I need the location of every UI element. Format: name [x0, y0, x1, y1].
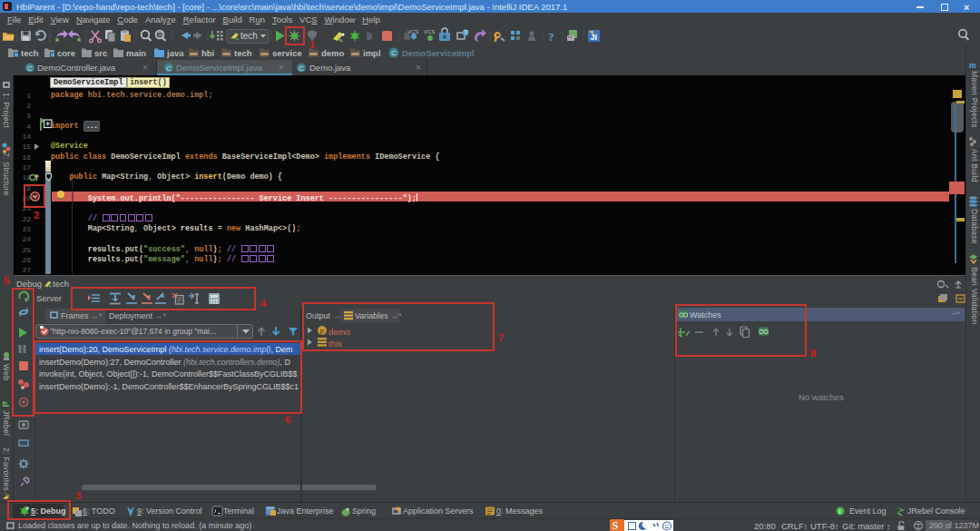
svg-text:›: ›: [345, 49, 348, 57]
svg-text:›: ›: [216, 49, 219, 57]
svg-text:impl: impl: [363, 48, 381, 58]
svg-text:VCS: VCS: [424, 29, 435, 34]
svg-text:C: C: [391, 49, 397, 57]
svg-text:Demo.java: Demo.java: [309, 63, 351, 73]
svg-text:service: service: [272, 48, 302, 58]
svg-text:core: core: [57, 48, 75, 58]
svg-text:›: ›: [383, 49, 386, 57]
svg-text:×: ×: [416, 63, 421, 73]
svg-text:hbi: hbi: [201, 48, 214, 58]
svg-text:×: ×: [279, 63, 284, 73]
svg-text:JI: JI: [591, 33, 598, 42]
svg-text:?: ?: [464, 29, 467, 35]
svg-text:›: ›: [108, 49, 111, 57]
svg-text:DemoController.java: DemoController.java: [37, 63, 116, 73]
svg-text:src: src: [94, 48, 107, 58]
svg-text:×: ×: [142, 63, 148, 73]
svg-text:demo: demo: [321, 48, 345, 58]
svg-text:C: C: [299, 64, 304, 73]
svg-text:DemoServiceImpl: DemoServiceImpl: [402, 48, 475, 58]
svg-text:tech: tech: [234, 48, 252, 58]
svg-text:java: java: [166, 48, 184, 58]
svg-text:m: m: [969, 60, 976, 70]
svg-text:main: main: [126, 48, 146, 58]
svg-text:tech: tech: [240, 31, 258, 41]
svg-text:›: ›: [303, 49, 306, 57]
svg-text:tech: tech: [21, 48, 39, 58]
svg-text:›: ›: [254, 49, 257, 57]
svg-text:›: ›: [76, 49, 79, 57]
svg-text:?: ?: [548, 30, 554, 44]
svg-text:C: C: [27, 64, 33, 73]
svg-text:i: i: [839, 508, 841, 515]
svg-text:C: C: [166, 64, 172, 73]
svg-text:DemoServiceImpl.java: DemoServiceImpl.java: [176, 63, 263, 73]
svg-text:›: ›: [148, 49, 151, 57]
